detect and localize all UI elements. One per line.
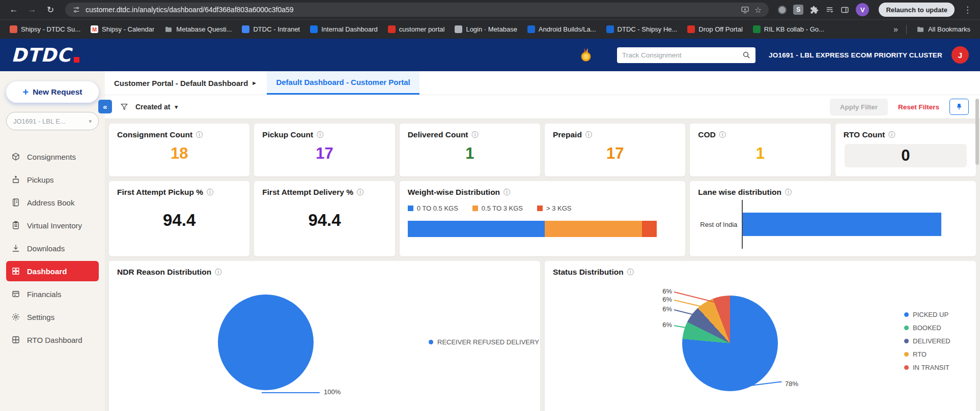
legend-item: RTO (904, 350, 950, 358)
app-header: DTDC JO1691 - LBL EXPRESS ECOM PRIORITY … (0, 39, 980, 71)
info-icon[interactable]: ⓘ (207, 188, 214, 197)
bookmark-label: customer portal (399, 25, 445, 33)
info-icon[interactable]: ⓘ (719, 130, 726, 139)
sidebar-item-label: Dashboard (27, 267, 67, 276)
rewards-medal-icon[interactable] (578, 47, 594, 63)
delivered-count-card: Delivered Countⓘ 1 (400, 124, 540, 177)
legend-dot (904, 339, 909, 343)
page-scrollbar[interactable] (975, 99, 979, 165)
bookmark-label: DTDC - Intranet (253, 25, 300, 33)
browser-menu-icon[interactable]: ⋮ (961, 5, 974, 15)
legend-swatch (408, 206, 413, 211)
bookmark-item[interactable]: Login · Metabase (450, 23, 521, 36)
track-consignment-search (617, 47, 755, 63)
sidebar-item-pickups[interactable]: Pickups (6, 169, 99, 190)
lens-icon[interactable] (778, 6, 787, 14)
info-icon[interactable]: ⓘ (215, 268, 222, 277)
bookmark-item[interactable]: Shipsy - DTDC Su... (5, 23, 85, 36)
legend-dot (904, 352, 909, 357)
legend-item: > 3 KGS (537, 204, 572, 212)
bookmark-star-icon[interactable]: ☆ (754, 5, 762, 15)
search-icon[interactable] (742, 51, 750, 59)
bookmark-label: Shipsy - Calendar (102, 25, 154, 33)
reset-filters-button[interactable]: Reset Filters (898, 103, 939, 111)
info-icon[interactable]: ⓘ (472, 130, 479, 139)
info-icon[interactable]: ⓘ (627, 268, 634, 277)
install-app-icon[interactable] (741, 6, 749, 14)
legend-item: IN TRANSIT (904, 364, 950, 371)
percent-value: 94.4 (117, 211, 241, 230)
info-icon[interactable]: ⓘ (317, 130, 324, 139)
legend-item: PICKED UP (904, 311, 950, 318)
sidebar-item-settings[interactable]: Settings (6, 307, 99, 327)
track-consignment-input[interactable] (622, 51, 738, 59)
bookmark-item[interactable]: RIL KB collab - Go... (748, 23, 829, 36)
info-icon[interactable]: ⓘ (196, 130, 203, 139)
gear-icon (11, 312, 20, 321)
stat-value: 17 (262, 144, 386, 163)
info-icon[interactable]: ⓘ (503, 188, 511, 197)
bookmark-item[interactable]: Internal Dashboard (305, 23, 382, 36)
url-text[interactable]: customer.dtdc.in/analytics/dashboard/64d… (86, 6, 736, 14)
user-avatar[interactable]: J (951, 46, 969, 64)
lane-chart: Rest of India (698, 199, 968, 250)
legend-label: 0 TO 0.5 KGS (417, 204, 458, 212)
bookmarks-overflow-icon[interactable]: » (890, 25, 901, 34)
back-button[interactable]: ← (6, 2, 21, 17)
bookmark-item[interactable]: M Shipsy - Calendar (86, 23, 159, 36)
info-icon[interactable]: ⓘ (357, 188, 364, 197)
sidebar-item-consignments[interactable]: Consignments (6, 146, 99, 167)
apply-filter-button[interactable]: Apply Filter (830, 99, 888, 115)
bookmark-item[interactable]: customer portal (383, 23, 450, 36)
legend-item: RECEIVER REFUSED DELIVERY (429, 338, 539, 346)
card-title: First Attempt Pickup % (117, 188, 203, 197)
sidebar-item-label: RTO Dashboard (27, 336, 82, 344)
info-icon[interactable]: ⓘ (585, 130, 593, 139)
sidebar-item-dashboard[interactable]: Dashboard (6, 261, 99, 281)
folder-icon (164, 25, 173, 34)
sidebar-item-address-book[interactable]: Address Book (6, 192, 99, 213)
bookmark-item[interactable]: DTDC - Shipsy He... (602, 23, 682, 36)
dashboard: Consignment Countⓘ 18 Pickup Countⓘ 17 D… (105, 119, 980, 411)
sidebar-item-financials[interactable]: Financials (6, 284, 99, 304)
side-panel-icon[interactable] (841, 6, 849, 14)
browser-profile-avatar[interactable]: V (856, 3, 869, 16)
extensions-puzzle-icon[interactable] (810, 6, 819, 14)
pickup-count-card: Pickup Countⓘ 17 (254, 124, 395, 177)
sidebar-item-virtual-inventory[interactable]: Virtual Inventory (6, 215, 99, 236)
chevron-down-icon: ▾ (89, 118, 92, 125)
tab-default-dashboard[interactable]: Default Dashboard - Customer Portal (267, 71, 419, 95)
address-bar[interactable]: customer.dtdc.in/analytics/dashboard/64d… (65, 3, 769, 17)
ndr-reason-card: NDR Reason Distributionⓘ 100% RECEIVER R… (109, 261, 540, 411)
bookmark-folder[interactable]: Metabase Questi... (160, 23, 236, 36)
created-at-filter-dropdown[interactable]: Created at ▾ (135, 103, 178, 111)
divider (906, 25, 907, 34)
reload-button[interactable]: ↻ (43, 2, 58, 17)
dtdc-logo[interactable]: DTDC (11, 44, 79, 66)
pin-dashboard-button[interactable] (949, 99, 969, 115)
new-request-button[interactable]: + New Request (6, 81, 99, 103)
card-title: Pickup Count (262, 130, 313, 139)
favicon (687, 25, 695, 33)
filter-funnel-icon[interactable] (120, 103, 128, 111)
site-settings-icon[interactable] (72, 6, 80, 14)
relaunch-to-update-button[interactable]: Relaunch to update (879, 3, 955, 17)
bookmark-item[interactable]: DTDC - Intranet (237, 23, 304, 36)
sidebar-collapse-button[interactable]: « (98, 100, 112, 113)
legend-dot (904, 326, 909, 330)
reading-list-icon[interactable] (825, 6, 834, 14)
sidebar: + New Request JO1691 - LBL E... ▾ Consig… (0, 71, 105, 411)
all-bookmarks-button[interactable]: All Bookmarks (912, 23, 975, 36)
sidebar-item-rto-dashboard[interactable]: RTO Dashboard (6, 330, 99, 350)
org-selector-dropdown[interactable]: JO1691 - LBL E... ▾ (6, 112, 99, 130)
forward-button[interactable]: → (24, 2, 40, 17)
gmail-icon: M (91, 25, 98, 33)
extension-s-badge[interactable]: S (793, 5, 803, 15)
bookmark-item[interactable]: Android Builds/La... (523, 23, 601, 36)
first-attempt-pickup-card: First Attempt Pickup %ⓘ 94.4 (109, 181, 249, 256)
info-icon[interactable]: ⓘ (785, 188, 792, 197)
sidebar-item-downloads[interactable]: Downloads (6, 238, 99, 258)
breadcrumb[interactable]: Customer Portal - Default Dashboard ▸ (110, 71, 260, 95)
info-icon[interactable]: ⓘ (888, 130, 895, 139)
bookmark-item[interactable]: Drop Off Portal (683, 23, 747, 36)
